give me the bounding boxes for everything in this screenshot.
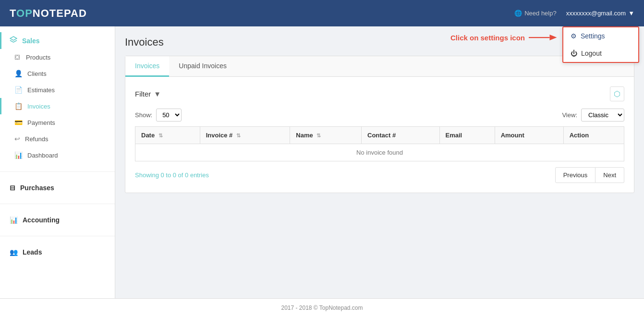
sidebar-item-clients[interactable]: 👤 Clients	[0, 65, 115, 82]
hint-arrow-icon	[529, 33, 558, 42]
app-footer: 2017 - 2018 © TopNotepad.com	[0, 298, 644, 317]
col-name[interactable]: Name ⇅	[290, 127, 362, 144]
logout-menu-item[interactable]: ⏻ Logout	[563, 45, 638, 62]
export-button[interactable]: ⬡	[610, 86, 624, 101]
estimates-icon: 📄	[14, 86, 23, 94]
table-empty-row: No invoice found	[135, 144, 624, 161]
showing-text: Showing 0 to 0 of 0 entries	[135, 171, 209, 179]
tab-content-invoices: Filter ▼ ⬡ Show: 50	[125, 77, 634, 193]
table-header: Date ⇅ Invoice # ⇅ Name ⇅	[135, 127, 624, 144]
sidebar-accounting-section: 📊 Accounting	[0, 207, 115, 233]
controls-row: Show: 50 View: Classic	[135, 109, 624, 122]
sidebar-divider-2	[0, 204, 115, 204]
tabs-header: Invoices Unpaid Invoices	[125, 56, 634, 77]
invoices-table: Date ⇅ Invoice # ⇅ Name ⇅	[135, 126, 624, 161]
app-logo: TOPNOTEPAD	[10, 7, 87, 20]
gear-icon: ⚙	[571, 32, 577, 40]
sidebar-purchases-section: ⊟ Purchases	[0, 174, 115, 201]
sidebar-item-invoices[interactable]: 📋 Invoices	[0, 98, 115, 114]
col-invoice-num[interactable]: Invoice # ⇅	[200, 127, 290, 144]
col-email[interactable]: Email	[439, 127, 495, 144]
next-button[interactable]: Next	[595, 167, 624, 183]
previous-button[interactable]: Previous	[555, 167, 596, 183]
app-body: Sales ⛋ Products 👤 Clients 📄 Estimates 📋…	[0, 26, 644, 298]
user-dropdown-menu: ⚙ Settings ⏻ Logout	[562, 26, 639, 63]
dashboard-icon: 📊	[14, 151, 23, 159]
tab-invoices[interactable]: Invoices	[125, 56, 169, 77]
click-hint: Click on settings icon	[450, 33, 558, 42]
show-control: Show: 50	[135, 109, 182, 122]
svg-marker-1	[550, 35, 557, 40]
sidebar-item-dashboard[interactable]: 📊 Dashboard	[0, 147, 115, 163]
sidebar-sales-section: Sales ⛋ Products 👤 Clients 📄 Estimates 📋…	[0, 26, 115, 169]
view-control: View: Classic	[562, 109, 624, 122]
user-email: xxxxxxxx@gmail.com	[566, 10, 626, 17]
sidebar-item-products[interactable]: ⛋ Products	[0, 49, 115, 65]
filter-icon: ▼	[154, 90, 161, 98]
sidebar: Sales ⛋ Products 👤 Clients 📄 Estimates 📋…	[0, 26, 115, 298]
export-icon: ⬡	[614, 90, 620, 98]
pagination-row: Showing 0 to 0 of 0 entries Previous Nex…	[135, 167, 624, 183]
sidebar-item-payments[interactable]: 💳 Payments	[0, 114, 115, 131]
col-action[interactable]: Action	[563, 127, 624, 144]
accounting-section-icon: 📊	[10, 216, 18, 224]
purchases-section-icon: ⊟	[10, 184, 15, 192]
help-link[interactable]: 🌐 Need help?	[514, 10, 557, 17]
payments-icon: 💳	[14, 119, 23, 126]
products-icon: ⛋	[14, 53, 21, 61]
help-icon: 🌐	[514, 10, 522, 17]
tab-unpaid-invoices[interactable]: Unpaid Invoices	[169, 56, 236, 77]
layers-icon	[10, 36, 17, 45]
refunds-icon: ↩	[14, 135, 20, 143]
sidebar-divider-1	[0, 171, 115, 172]
filter-label: Filter ▼	[135, 90, 161, 98]
col-amount[interactable]: Amount	[495, 127, 563, 144]
invoices-icon: 📋	[14, 102, 23, 110]
table-header-row: Date ⇅ Invoice # ⇅ Name ⇅	[135, 127, 624, 144]
invoices-tabs-container: Invoices Unpaid Invoices Filter ▼ ⬡	[125, 56, 634, 193]
main-content: Invoices Invoices Unpaid Invoices Filter…	[115, 26, 644, 298]
dropdown-arrow-icon: ▼	[628, 10, 634, 17]
col-date[interactable]: Date ⇅	[135, 127, 200, 144]
clients-icon: 👤	[14, 70, 23, 77]
pagination-buttons: Previous Next	[555, 167, 624, 183]
app-header: TOPNOTEPAD 🌐 Need help? xxxxxxxx@gmail.c…	[0, 0, 644, 26]
sidebar-sales-header[interactable]: Sales	[0, 32, 115, 49]
filter-bar: Filter ▼ ⬡	[135, 86, 624, 101]
sort-invoice-icon: ⇅	[236, 133, 241, 138]
sidebar-divider-3	[0, 236, 115, 236]
sidebar-item-estimates[interactable]: 📄 Estimates	[0, 82, 115, 98]
sidebar-leads-section: 👥 Leads	[0, 239, 115, 266]
empty-message: No invoice found	[135, 144, 624, 161]
user-menu-trigger[interactable]: xxxxxxxx@gmail.com ▼	[566, 10, 634, 17]
sort-date-icon: ⇅	[158, 133, 163, 138]
sidebar-accounting-header[interactable]: 📊 Accounting	[0, 212, 115, 228]
show-select[interactable]: 50	[156, 109, 182, 122]
sidebar-leads-header[interactable]: 👥 Leads	[0, 244, 115, 260]
hint-text: Click on settings icon	[450, 34, 525, 42]
leads-section-icon: 👥	[10, 248, 18, 256]
sort-name-icon: ⇅	[316, 133, 321, 138]
svg-marker-2	[10, 37, 17, 40]
sidebar-sales-label: Sales	[22, 37, 40, 45]
sidebar-item-refunds[interactable]: ↩ Refunds	[0, 131, 115, 147]
sidebar-purchases-header[interactable]: ⊟ Purchases	[0, 180, 115, 195]
table-body: No invoice found	[135, 144, 624, 161]
header-right: 🌐 Need help? xxxxxxxx@gmail.com ▼	[514, 10, 634, 17]
settings-menu-item[interactable]: ⚙ Settings	[563, 27, 638, 45]
col-contact[interactable]: Contact #	[362, 127, 440, 144]
page-title: Invoices	[125, 36, 634, 49]
power-icon: ⏻	[571, 49, 577, 57]
view-select[interactable]: Classic	[581, 109, 624, 122]
